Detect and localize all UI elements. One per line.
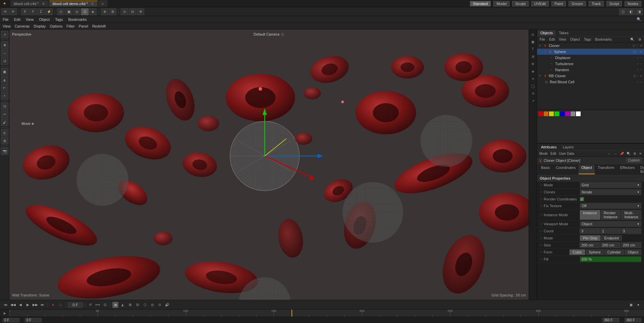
rand-active[interactable]: ✓ (640, 68, 643, 72)
render-settings-btn[interactable]: ⚙ (137, 8, 144, 15)
ri-btn-2[interactable]: ▣ (530, 38, 536, 45)
mode-standard[interactable]: Standard (470, 1, 491, 6)
ri-btn-1[interactable]: ◎ (530, 31, 536, 38)
count-z-input[interactable] (621, 228, 641, 234)
fill-bar[interactable]: 100 % (580, 257, 641, 262)
vmenu-cameras[interactable]: Cameras (15, 24, 30, 28)
move-tool-btn[interactable]: ✥ (1, 41, 8, 49)
menu-tags[interactable]: Tags (55, 17, 63, 21)
vmenu-panel[interactable]: Panel (79, 24, 88, 28)
rbc-check[interactable]: ✓ (637, 74, 639, 78)
point-tool-btn[interactable]: • (1, 92, 8, 99)
prev-frame-btn[interactable]: ◀ (17, 302, 23, 308)
menu-file[interactable]: File (3, 17, 9, 21)
go-start-btn[interactable]: ⏮ (3, 302, 9, 308)
swatch-white[interactable] (576, 111, 581, 116)
swatch-purple[interactable] (565, 111, 570, 116)
timeline-bar[interactable]: 050100150200250300350 ▶ (0, 310, 644, 317)
attr-fwd-btn[interactable]: → (613, 151, 618, 156)
menu-search[interactable]: 🔍 (637, 17, 641, 21)
attr-back-btn[interactable]: ← (607, 151, 612, 156)
render-all-btn[interactable]: ● (635, 302, 641, 308)
vmenu-filter[interactable]: Filter (66, 24, 74, 28)
mode-sculpt[interactable]: Sculpt (512, 1, 529, 6)
sphere-check[interactable]: ✓ (637, 50, 639, 53)
attr-nav-object[interactable]: Object (579, 165, 595, 174)
mode-track[interactable]: Track (589, 1, 604, 6)
go-end-btn[interactable]: ⏭ (40, 302, 46, 308)
all-axis-btn[interactable]: ⚡ (45, 8, 53, 15)
tab-close-1[interactable]: ✕ (42, 2, 45, 6)
mode-nodes[interactable]: Nodes (625, 1, 641, 6)
select-tool-btn[interactable]: ↗ (1, 31, 8, 38)
cache-btn[interactable]: ⊟ (135, 302, 141, 308)
sphere-btn[interactable]: Sphere (586, 249, 603, 255)
swatch-green[interactable] (554, 111, 559, 116)
instance-btn[interactable]: Instance (580, 210, 600, 220)
layout-btn2[interactable]: ◧ (627, 8, 635, 15)
edge-tool-btn[interactable]: ⊢ (1, 84, 8, 91)
ri-btn-8[interactable]: ◯ (530, 83, 536, 89)
attr-pin-btn[interactable]: 📌 (619, 151, 625, 156)
ri-btn-3[interactable]: T (530, 46, 536, 52)
bounce-btn[interactable]: ⟺ (95, 302, 101, 308)
tab-objects[interactable]: Objects (538, 30, 555, 36)
prop-vm-dropdown[interactable]: Object ▼ (580, 221, 641, 227)
ik-btn[interactable]: ⬡ (142, 302, 148, 308)
current-frame-display[interactable] (25, 318, 42, 322)
end-frame-input[interactable] (602, 318, 619, 322)
size-y-input[interactable] (600, 242, 621, 248)
attr-edit-btn[interactable]: Edit (549, 151, 557, 156)
record-btn[interactable]: ● (50, 302, 56, 308)
rbc-active[interactable]: ✓ (640, 74, 643, 78)
ri-btn-10[interactable]: ↗ (530, 97, 536, 104)
rotate-tool-btn[interactable]: ↺ (1, 57, 8, 65)
obj-item-turbulence[interactable]: ~ Turbulence ✓ ✓ (537, 61, 644, 67)
obj-menu-edit[interactable]: Edit (548, 37, 556, 42)
obj-item-cloner[interactable]: ▼ ⧖ Cloner ⬡ ✓ ✓ (537, 43, 644, 49)
rand-check[interactable]: ✓ (637, 68, 639, 72)
motion-clip-btn[interactable]: ◭ (120, 302, 126, 308)
attr-mode-btn[interactable]: Mode (538, 151, 549, 156)
menu-edit[interactable]: Edit (14, 17, 20, 21)
tab-blood-cell[interactable]: blood cell.c4d * ✕ (10, 1, 49, 7)
attr-tab-layers[interactable]: Layers (560, 144, 576, 150)
render-instance-btn[interactable]: Render Instance (601, 210, 621, 220)
size-x-input[interactable] (580, 242, 600, 248)
attr-nav-coords[interactable]: Coordinates (553, 165, 578, 174)
attr-search-btn[interactable]: 🔍 (626, 151, 632, 156)
render-view-btn[interactable]: ▣ (628, 302, 634, 308)
range-btn[interactable]: ⊡ (102, 302, 108, 308)
view-anim-btn[interactable]: ▣ (112, 302, 118, 308)
z-axis-btn[interactable]: Z (37, 8, 45, 15)
cloner-check[interactable]: ✓ (637, 44, 639, 47)
paint-btn[interactable]: 🖌 (1, 119, 8, 126)
cylinder-btn[interactable]: Cylinder (604, 249, 624, 255)
attr-nav-basic[interactable]: Basic (538, 165, 553, 174)
prop-mode-dropdown[interactable]: Grid ▼ (580, 182, 641, 188)
attr-nav-dynamics[interactable]: Dynamics Body (638, 165, 644, 174)
camera-btn[interactable]: 📷 (1, 147, 8, 155)
render-btn1[interactable]: ⊙ (121, 8, 128, 15)
audio-btn[interactable]: 🔊 (164, 302, 170, 308)
y-axis-btn[interactable]: Y (29, 8, 37, 15)
render-btn2[interactable]: ⊟ (129, 8, 136, 15)
vmenu-display[interactable]: Display (34, 24, 46, 28)
per-step-btn[interactable]: Per-Step (580, 235, 600, 241)
snap-btn2[interactable]: ⊞ (109, 8, 116, 15)
ri-btn-5[interactable]: ⚙ (530, 60, 536, 67)
attr-nav-transform[interactable]: Transform (595, 165, 617, 174)
viewport-btn2[interactable]: ▣ (65, 8, 72, 15)
obj-item-redbloodcell[interactable]: ◻ Red Blood Cell ✓ ✓ (537, 79, 644, 85)
prop-clones-dropdown[interactable]: Iterate ▼ (580, 189, 641, 195)
displacer-active[interactable]: ✓ (640, 56, 643, 59)
attr-nav-effectors[interactable]: Effectors (618, 165, 637, 174)
mode-script[interactable]: Script (606, 1, 622, 6)
displacer-check[interactable]: ✓ (637, 56, 639, 59)
tab-close-2[interactable]: ✕ (91, 2, 94, 6)
preview-btn[interactable]: ⊙ (157, 302, 163, 308)
count-y-input[interactable] (600, 228, 621, 234)
prev-key-btn[interactable]: ◀◀ (10, 302, 16, 308)
mode-uvedit[interactable]: UVEdit (531, 1, 549, 6)
start-frame-input[interactable] (3, 318, 19, 322)
